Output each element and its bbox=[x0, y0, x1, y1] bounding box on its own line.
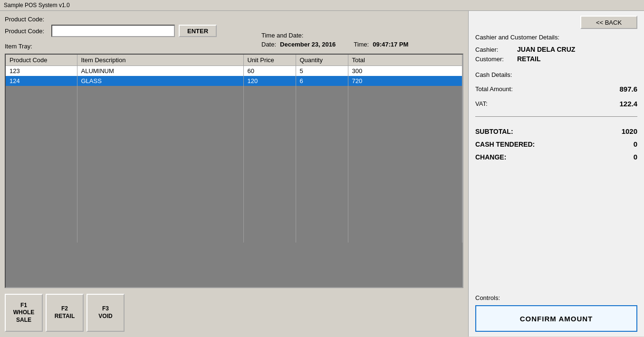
change-value: 0 bbox=[634, 153, 637, 161]
cashier-section-title: Cashier and Customer Details: bbox=[475, 34, 637, 41]
table-row-empty bbox=[6, 190, 462, 201]
time-label: Time: bbox=[354, 41, 369, 48]
table-header-row: Product Code Item Description Unit Price… bbox=[6, 55, 462, 66]
table-row-empty bbox=[6, 169, 462, 180]
table-row-empty bbox=[6, 201, 462, 211]
item-tray-table: Product Code Item Description Unit Price… bbox=[6, 55, 462, 243]
cash-tendered-label: CASH TENDERED: bbox=[475, 140, 535, 148]
table-row-empty bbox=[6, 138, 462, 149]
table-row-empty bbox=[6, 159, 462, 169]
table-row-empty bbox=[6, 96, 462, 107]
vat-label: VAT: bbox=[475, 100, 488, 107]
table-row-empty bbox=[6, 232, 462, 243]
date-value: December 23, 2016 bbox=[280, 41, 336, 48]
cashier-row: Cashier: JUAN DELA CRUZ bbox=[475, 46, 637, 53]
total-amount-value: 897.6 bbox=[619, 85, 637, 93]
change-label: CHANGE: bbox=[475, 153, 506, 161]
col-unit-price: Unit Price bbox=[243, 55, 296, 66]
time-value: 09:47:17 PM bbox=[373, 41, 408, 48]
table-row-empty bbox=[6, 86, 462, 96]
datetime-row: Date: December 23, 2016 Time: 09:47:17 P… bbox=[261, 41, 408, 48]
customer-label: Customer: bbox=[475, 56, 513, 63]
datetime-title: Time and Date: bbox=[261, 32, 408, 39]
left-panel: Product Code: Product Code: ENTER Time a… bbox=[0, 11, 468, 337]
bottom-buttons: F1 WHOLE SALE F2 RETAIL F3 VOID bbox=[5, 292, 463, 332]
cashier-info: Cashier: JUAN DELA CRUZ Customer: RETAIL bbox=[475, 46, 637, 63]
cashier-value: JUAN DELA CRUZ bbox=[517, 46, 575, 53]
back-button[interactable]: << BACK bbox=[580, 16, 637, 29]
col-item-description: Item Description bbox=[77, 55, 243, 66]
table-row-empty bbox=[6, 128, 462, 138]
right-panel: << BACK Cashier and Customer Details: Ca… bbox=[468, 11, 644, 337]
product-section: Product Code: Product Code: ENTER bbox=[5, 16, 257, 37]
divider bbox=[475, 116, 637, 117]
confirm-amount-button[interactable]: CONFIRM AMOUNT bbox=[475, 305, 637, 332]
cash-details-section: Cash Details: Total Amount: 897.6 VAT: 1… bbox=[475, 69, 637, 110]
product-code-field-label: Product Code: bbox=[5, 28, 48, 35]
col-quantity: Quantity bbox=[296, 55, 348, 66]
f3-void-button[interactable]: F3 VOID bbox=[87, 294, 125, 332]
controls-label: Controls: bbox=[475, 294, 637, 301]
subtotal-section: SUBTOTAL: 1020 CASH TENDERED: 0 CHANGE: … bbox=[475, 127, 637, 161]
product-code-section-label: Product Code: bbox=[5, 16, 257, 23]
subtotal-value: 1020 bbox=[622, 127, 637, 135]
product-code-input[interactable] bbox=[51, 25, 175, 37]
item-tray-wrapper: Product Code Item Description Unit Price… bbox=[5, 54, 463, 288]
cash-details-title: Cash Details: bbox=[475, 71, 637, 78]
table-row-empty bbox=[6, 180, 462, 190]
title-bar: Sample POS System v1.0 bbox=[0, 0, 644, 11]
customer-value: RETAIL bbox=[517, 55, 541, 63]
table-row[interactable]: 124GLASS1206720 bbox=[6, 76, 462, 86]
product-code-section: Product Code: Product Code: ENTER bbox=[5, 16, 257, 37]
table-row-empty bbox=[6, 211, 462, 222]
controls-section: Controls: CONFIRM AMOUNT bbox=[475, 294, 637, 332]
enter-button[interactable]: ENTER bbox=[179, 25, 217, 37]
table-row-empty bbox=[6, 222, 462, 232]
vat-value: 122.4 bbox=[619, 100, 637, 108]
col-total: Total bbox=[348, 55, 462, 66]
date-label: Date: bbox=[261, 41, 276, 48]
table-row-empty bbox=[6, 149, 462, 159]
f2-retail-button[interactable]: F2 RETAIL bbox=[46, 294, 84, 332]
total-amount-row: Total Amount: 897.6 bbox=[475, 83, 637, 95]
subtotal-label: SUBTOTAL: bbox=[475, 128, 513, 135]
app-title: Sample POS System v1.0 bbox=[4, 2, 70, 9]
top-area: Product Code: Product Code: ENTER Time a… bbox=[5, 16, 463, 37]
cash-tendered-row: CASH TENDERED: 0 bbox=[475, 140, 637, 148]
table-row[interactable]: 123ALUMINUM605300 bbox=[6, 66, 462, 76]
datetime-section: Time and Date: Date: December 23, 2016 T… bbox=[261, 32, 408, 48]
total-amount-label: Total Amount: bbox=[475, 85, 513, 93]
subtotal-row: SUBTOTAL: 1020 bbox=[475, 127, 637, 135]
vat-row: VAT: 122.4 bbox=[475, 98, 637, 110]
cashier-label: Cashier: bbox=[475, 46, 513, 53]
change-row: CHANGE: 0 bbox=[475, 153, 637, 161]
col-product-code: Product Code bbox=[6, 55, 77, 66]
cash-tendered-value: 0 bbox=[634, 140, 637, 148]
customer-row: Customer: RETAIL bbox=[475, 55, 637, 63]
product-code-row: Product Code: ENTER bbox=[5, 25, 257, 37]
table-row-empty bbox=[6, 117, 462, 128]
table-row-empty bbox=[6, 107, 462, 117]
f1-wholesale-button[interactable]: F1 WHOLE SALE bbox=[5, 294, 43, 332]
